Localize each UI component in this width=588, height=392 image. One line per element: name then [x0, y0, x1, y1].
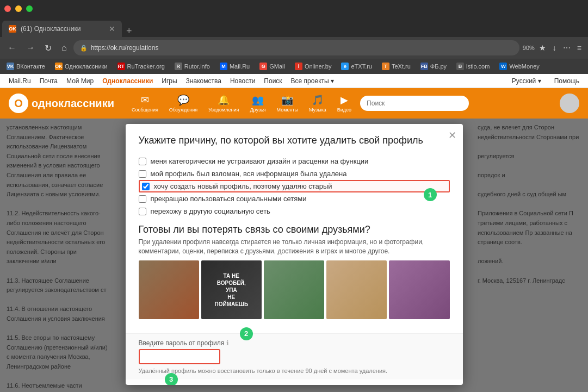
- password-input-wrap: [139, 349, 450, 364]
- bookmark-webmoney[interactable]: W WebMoney: [495, 61, 543, 71]
- downloads-icon[interactable]: ↓: [550, 42, 559, 53]
- bookmark-вконтакте[interactable]: VK ВКонтакте: [2, 61, 49, 71]
- ok-nav-сообщения[interactable]: ✉ Сообщения: [132, 94, 158, 113]
- ok-nav-уведомления[interactable]: 🔔 Уведомления: [208, 94, 239, 113]
- friends-section-title: Готовы ли вы потерять связь со своими др…: [139, 224, 450, 235]
- bookmark-text.ru[interactable]: T TeXt.ru: [377, 61, 415, 71]
- reason-label-r2[interactable]: мой профиль был взломан, вся информация …: [151, 170, 347, 178]
- second-nav-почта[interactable]: Почта: [35, 77, 62, 85]
- home-button[interactable]: ⌂: [58, 41, 70, 55]
- reason-row-r5: перехожу в другую социальную сеть: [139, 205, 450, 217]
- bookmarks-icon[interactable]: ★: [537, 42, 548, 53]
- ok-nav-моменты[interactable]: 📸 Моменты: [277, 94, 298, 113]
- bookmark-mail.ru[interactable]: M Mail.Ru: [215, 61, 254, 71]
- ok-nav-label: Обсуждения: [169, 107, 197, 113]
- ok-nav-друзья[interactable]: 👥 Друзья: [250, 94, 265, 113]
- step-2-badge: 2: [240, 327, 253, 340]
- restore-note: Удалённый профиль можно восстановить тол…: [139, 368, 450, 374]
- address-bar[interactable]: 🔒 https://ok.ru/regulations: [73, 40, 519, 55]
- reason-checkbox-r5[interactable]: [139, 208, 146, 215]
- second-nav-все-проекты-▾[interactable]: Все проекты ▾: [287, 77, 338, 85]
- second-nav-right-item[interactable]: Помощь: [550, 77, 584, 85]
- bookmark-label: RuTracker.org: [127, 63, 165, 70]
- reason-label-r4[interactable]: прекращаю пользоваться социальными сетям…: [151, 195, 307, 203]
- reason-label-r3[interactable]: хочу создать новый профиль, поэтому удал…: [154, 182, 332, 190]
- bookmark-одноклассники[interactable]: OK Одноклассники: [51, 61, 112, 71]
- bookmark-label: Onliner.by: [305, 63, 332, 70]
- second-nav-одноклассники[interactable]: Одноклассники: [98, 77, 157, 85]
- bookmark-rutor.info[interactable]: R Rutor.info: [170, 61, 214, 71]
- extensions-icon[interactable]: ⋯: [561, 42, 573, 53]
- info-icon: ℹ: [226, 339, 229, 347]
- reasons-group: меня категорически не устраивают дизайн …: [139, 155, 450, 217]
- second-nav-мой-мир[interactable]: Мой Мир: [62, 77, 98, 85]
- bookmark-label: ФБ.ру: [430, 63, 447, 70]
- ok-nav-обсуждения[interactable]: 💬 Обсуждения: [169, 94, 197, 113]
- bookmark-favicon: M: [220, 63, 227, 70]
- zoom-level: 90%: [523, 45, 535, 51]
- bookmark-rutracker.org[interactable]: RT RuTracker.org: [113, 61, 169, 71]
- second-nav-знакомства[interactable]: Знакомства: [182, 77, 226, 85]
- ok-logo-text: одноклассники: [32, 97, 114, 110]
- password-label: Введите пароль от профиля ℹ: [139, 339, 450, 347]
- bookmark-label: Одноклассники: [65, 63, 108, 70]
- second-nav-right-item[interactable]: Русский ▾: [507, 77, 546, 85]
- ok-nav-label: Сообщения: [132, 107, 158, 113]
- bookmark-etxt.ru[interactable]: e eTXT.ru: [337, 61, 376, 71]
- step-3-badge: 3: [165, 373, 178, 385]
- bookmark-label: ВКонтакте: [16, 63, 45, 70]
- bookmark-label: GMail: [269, 63, 285, 70]
- password-input[interactable]: [139, 349, 220, 364]
- bookmark-favicon: R: [175, 63, 182, 70]
- modal-close-button[interactable]: ✕: [448, 129, 456, 141]
- ok-logo[interactable]: О одноклассники: [9, 94, 114, 113]
- ok-nav-label: Друзья: [250, 107, 265, 113]
- reason-checkbox-r2[interactable]: [139, 170, 146, 178]
- bookmark-onliner.by[interactable]: i Onliner.by: [290, 61, 336, 71]
- menu-icon[interactable]: ≡: [575, 42, 584, 53]
- ok-nav-icon-sym: 📸: [281, 94, 293, 106]
- reason-checkbox-r3[interactable]: [142, 183, 150, 190]
- second-nav-right: Русский ▾Помощь: [507, 77, 584, 85]
- forward-button[interactable]: →: [23, 41, 38, 55]
- new-tab-button[interactable]: +: [126, 26, 132, 37]
- reason-label-r1[interactable]: меня категорически не устраивают дизайн …: [151, 157, 369, 165]
- reason-checkbox-r1[interactable]: [139, 158, 146, 165]
- ok-nav-label: Моменты: [277, 107, 298, 113]
- reason-checkbox-r4[interactable]: [139, 195, 146, 203]
- ok-nav-музыка[interactable]: 🎵 Музыка: [309, 94, 326, 113]
- bookmark-favicon: i: [295, 63, 302, 70]
- bookmark-favicon: e: [341, 63, 349, 70]
- reason-row-r1: меня категорически не устраивают дизайн …: [139, 155, 450, 167]
- back-button[interactable]: ←: [4, 41, 20, 55]
- tab-close-button[interactable]: ✕: [109, 24, 115, 33]
- bookmark-gmail[interactable]: G GMail: [255, 61, 289, 71]
- ok-nav-label: Музыка: [309, 107, 326, 113]
- bookmark-favicon: B: [456, 63, 464, 70]
- second-nav-новости[interactable]: Новости: [226, 77, 259, 85]
- ok-nav-icon-sym: 💬: [177, 94, 189, 106]
- friend-photo-1: [139, 260, 199, 319]
- friends-section: Готовы ли вы потерять связь со своими др…: [139, 224, 450, 319]
- ok-search-input[interactable]: [360, 96, 469, 111]
- reason-label-r5[interactable]: перехожу в другую социальную сеть: [151, 207, 270, 215]
- reload-button[interactable]: ↻: [41, 41, 55, 55]
- bookmark-фб.ру[interactable]: FB ФБ.ру: [416, 61, 451, 71]
- ok-avatar[interactable]: [560, 94, 579, 113]
- url-text: https://ok.ru/regulations: [91, 44, 159, 52]
- ok-nav-видео[interactable]: ▶ Видео: [337, 94, 351, 113]
- ok-nav-icon-sym: ▶: [341, 94, 348, 106]
- friends-section-desc: При удалении профиля навсегда стирается …: [139, 238, 450, 256]
- second-nav-mail.ru[interactable]: Mail.Ru: [4, 77, 35, 85]
- friend-photo-2: ТА НЕ ВОРОБЕЙ, УПАНЕ ПОЙМАЕШЬ: [201, 260, 262, 319]
- second-nav-поиск[interactable]: Поиск: [259, 77, 286, 85]
- second-nav-игры[interactable]: Игры: [157, 77, 181, 85]
- active-tab[interactable]: OK (61) Одноклассники ✕: [2, 21, 122, 37]
- ok-nav-icon-sym: ✉: [141, 94, 149, 106]
- bookmark-istio.com[interactable]: B istio.com: [452, 61, 494, 71]
- friend-photo-4: [326, 260, 387, 319]
- nav-bar: ← → ↻ ⌂ 🔒 https://ok.ru/regulations 90% …: [0, 37, 588, 59]
- nav-right: 90% ★ ↓ ⋯ ≡: [523, 42, 584, 53]
- tab-favicon: OK: [9, 25, 16, 33]
- bookmark-favicon: OK: [55, 63, 63, 70]
